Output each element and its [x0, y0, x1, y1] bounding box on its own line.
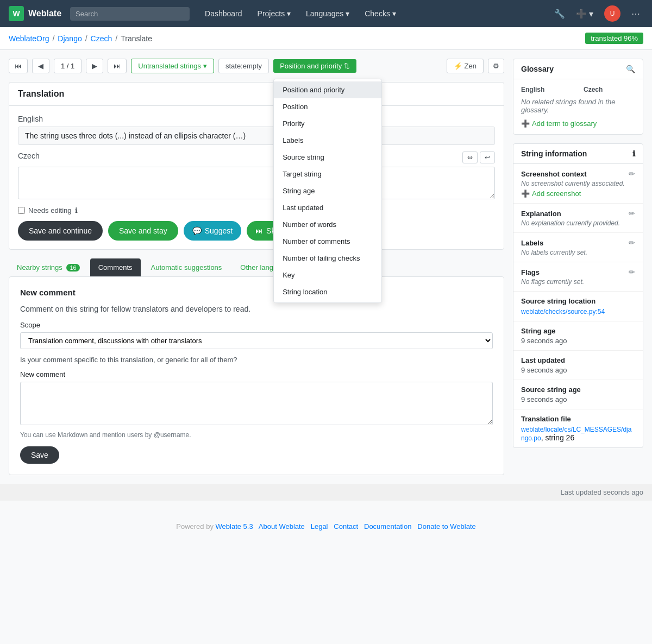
string-age-value: 9 seconds ago — [521, 337, 635, 345]
sort-option-labels[interactable]: Labels — [274, 132, 381, 149]
copy-source-btn[interactable]: ⇔ — [462, 151, 478, 163]
sort-option-string-location[interactable]: String location — [274, 283, 381, 300]
breadcrumb-org[interactable]: WeblateOrg — [9, 34, 49, 43]
add-screenshot-btn[interactable]: ➕ Add screenshot — [521, 190, 581, 198]
sort-option-target-string[interactable]: Target string — [274, 166, 381, 182]
breadcrumb-project[interactable]: Django — [58, 34, 82, 43]
screenshot-context-value: No screenshot currently associated. — [521, 180, 635, 187]
sort-option-num-comments[interactable]: Number of comments — [274, 233, 381, 250]
sort-option-string-age[interactable]: String age — [274, 182, 381, 199]
nav-dashboard[interactable]: Dashboard — [198, 5, 249, 22]
breadcrumb-current: Translate — [121, 34, 152, 43]
needs-editing-row: Needs editing ℹ — [18, 206, 495, 214]
needs-editing-checkbox[interactable] — [18, 207, 25, 214]
tabs-row: Nearby strings 16 Comments Automatic sug… — [9, 258, 504, 276]
sort-option-position-priority[interactable]: Position and priority — [274, 81, 381, 98]
footer-donate-link[interactable]: Donate to Weblate — [417, 522, 475, 531]
save-stay-btn[interactable]: Save and stay — [108, 221, 178, 241]
nav-prev-btn[interactable]: ◀ — [32, 59, 49, 73]
sort-option-key[interactable]: Key — [274, 267, 381, 283]
tab-automatic[interactable]: Automatic suggestions — [143, 258, 230, 276]
skip-icon: ⏭ — [255, 226, 263, 235]
suggest-label: Suggest — [205, 226, 233, 235]
czech-label: Czech — [18, 151, 40, 160]
save-comment-btn[interactable]: Save — [20, 446, 59, 464]
comment-section-title: New comment — [20, 288, 493, 297]
zen-btn[interactable]: ⚡ Zen — [447, 59, 484, 73]
glossary-czech-col: Czech — [584, 86, 635, 93]
markdown-hint: You can use Markdown and mention users b… — [20, 431, 493, 439]
last-updated-bar: Last updated seconds ago — [0, 484, 652, 501]
footer-documentation-link[interactable]: Documentation — [364, 522, 411, 531]
sort-option-position[interactable]: Position — [274, 98, 381, 115]
sort-option-priority[interactable]: Priority — [274, 115, 381, 132]
nav-languages[interactable]: Languages ▾ — [299, 5, 356, 22]
settings-btn[interactable]: ⚙ — [488, 59, 504, 73]
tab-comments[interactable]: Comments — [90, 258, 141, 276]
labels-title: Labels ✏ — [521, 238, 635, 247]
screenshot-context-section: Screenshot context ✏ No screenshot curre… — [513, 164, 643, 204]
string-info-icon: ℹ — [632, 149, 635, 158]
settings-icon: ⚙ — [493, 62, 499, 70]
translation-card-header: Translation — [9, 83, 504, 106]
add-term-icon: ➕ — [521, 119, 530, 128]
nav-last-btn[interactable]: ⏭ — [108, 59, 127, 73]
new-comment-textarea[interactable] — [20, 382, 493, 425]
sort-option-last-updated[interactable]: Last updated — [274, 199, 381, 216]
last-updated-section: Last updated 9 seconds ago — [513, 351, 643, 380]
footer-contact-link[interactable]: Contact — [334, 522, 358, 531]
source-location-link[interactable]: weblate/checks/source.py:54 — [521, 308, 605, 315]
footer-legal-link[interactable]: Legal — [311, 522, 328, 531]
translation-file-link[interactable]: weblate/locale/cs/LC_MESSAGES/django.po — [521, 426, 631, 442]
flags-title: Flags ✏ — [521, 268, 635, 276]
translated-badge: translated 96% — [585, 33, 643, 44]
footer: Powered by Weblate 5.3 About Weblate Leg… — [0, 512, 652, 541]
avatar-btn[interactable]: U — [601, 2, 624, 25]
comment-intro: Comment on this string for fellow transl… — [20, 305, 493, 313]
czech-textarea[interactable] — [18, 167, 495, 199]
screenshot-edit-btn[interactable]: ✏ — [629, 169, 635, 178]
add-screenshot-icon: ➕ — [521, 190, 530, 198]
string-info-title: String information — [521, 149, 587, 158]
search-input[interactable] — [70, 7, 190, 21]
glossary-card: Glossary 🔍 English Czech No related stri… — [513, 59, 643, 135]
footer-about-link[interactable]: About Weblate — [259, 522, 305, 531]
comment-question: Is your comment specific to this transla… — [20, 356, 493, 364]
source-string-age-section: Source string age 9 seconds ago — [513, 380, 643, 409]
glossary-english-col: English — [521, 86, 573, 93]
explanation-edit-btn[interactable]: ✏ — [629, 209, 635, 218]
sort-option-failing-checks[interactable]: Number of failing checks — [274, 250, 381, 267]
scope-select[interactable]: Translation comment, discussions with ot… — [20, 332, 493, 349]
wrench-icon-btn[interactable]: 🔧 — [551, 5, 568, 22]
nav-checks[interactable]: Checks ▾ — [358, 5, 403, 22]
labels-edit-btn[interactable]: ✏ — [629, 238, 635, 247]
breadcrumb: WeblateOrg / Django / Czech / Translate — [9, 34, 152, 43]
tab-nearby[interactable]: Nearby strings 16 — [9, 258, 88, 276]
sort-btn[interactable]: Position and priority ⇅ — [273, 59, 356, 73]
user-avatar: U — [604, 5, 620, 22]
more-icon-btn[interactable]: ⋯ — [628, 5, 643, 22]
nav-projects[interactable]: Projects ▾ — [251, 5, 297, 22]
breadcrumb-language[interactable]: Czech — [91, 34, 112, 43]
translation-card: Translation English The string uses thre… — [9, 82, 504, 250]
right-panel: Glossary 🔍 English Czech No related stri… — [513, 59, 643, 475]
czech-tools: ⇔ ↩ — [462, 151, 495, 163]
nav-next-btn[interactable]: ▶ — [86, 59, 103, 73]
sort-option-source-string[interactable]: Source string — [274, 149, 381, 166]
string-age-title: String age — [521, 327, 635, 335]
filter-btn[interactable]: Untranslated strings ▾ — [131, 59, 214, 73]
brand: W Weblate — [9, 6, 61, 21]
save-continue-btn[interactable]: Save and continue — [18, 221, 103, 241]
add-icon-btn[interactable]: ➕ ▾ — [573, 5, 597, 22]
flags-edit-btn[interactable]: ✏ — [629, 268, 635, 276]
screenshot-context-title: Screenshot context ✏ — [521, 169, 635, 178]
sort-option-num-words[interactable]: Number of words — [274, 216, 381, 233]
comment-section: New comment Comment on this string for f… — [9, 276, 504, 475]
suggest-btn[interactable]: 💬 Suggest — [184, 221, 241, 241]
footer-weblate-link[interactable]: Weblate 5.3 — [216, 522, 253, 531]
nav-first-btn[interactable]: ⏮ — [9, 59, 28, 73]
string-info-card: String information ℹ Screenshot context … — [513, 143, 643, 448]
clear-btn[interactable]: ↩ — [480, 151, 495, 163]
add-term-btn[interactable]: ➕ Add term to glossary — [521, 119, 597, 128]
breadcrumb-bar: WeblateOrg / Django / Czech / Translate … — [0, 27, 652, 50]
